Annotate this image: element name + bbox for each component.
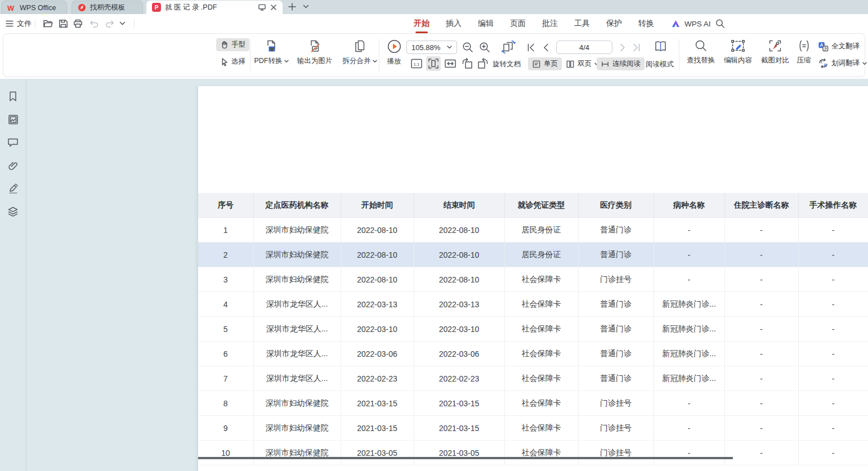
attachment-icon[interactable]: [7, 159, 19, 172]
table-cell: 10: [198, 441, 253, 465]
compress-icon: [797, 39, 811, 53]
table-cell: 深圳市龙华区人...: [253, 366, 341, 391]
ribbon-tab-3[interactable]: 编辑: [478, 19, 494, 29]
undo-history-chevron-icon[interactable]: [119, 21, 126, 26]
table-cell: -: [724, 292, 798, 317]
pdf-convert-button[interactable]: W PDF转换: [252, 39, 291, 66]
ribbon-tab-8[interactable]: 转换: [638, 19, 654, 29]
actual-size-button[interactable]: 1:1: [409, 56, 424, 71]
continuous-read-button[interactable]: 连续阅读: [597, 57, 645, 70]
divider: [679, 39, 679, 71]
read-mode-button[interactable]: [652, 38, 669, 55]
rotate-right-icon: [477, 57, 489, 70]
rotate-doc-label: 旋转文档: [493, 60, 521, 69]
table-cell: -: [798, 317, 868, 342]
rotate-left-button[interactable]: [460, 56, 475, 71]
split-merge-icon: [352, 39, 367, 53]
ribbon-tab-4[interactable]: 页面: [510, 19, 526, 29]
table-cell: 2022-08-10: [341, 267, 414, 292]
table-cell: 深圳市龙华区人...: [253, 292, 341, 317]
fit-width-icon: [444, 58, 457, 69]
screenshot-compare-button[interactable]: 截图对比: [757, 39, 794, 65]
zoom-out-button[interactable]: [460, 40, 475, 55]
table-cell: -: [724, 366, 798, 391]
print-button[interactable]: [73, 19, 83, 28]
select-tool-button[interactable]: 选择: [216, 55, 249, 68]
tab-document[interactable]: P 就 医 记 录 .PDF: [146, 1, 283, 14]
table-cell: 2021-03-05: [341, 441, 414, 465]
table-cell: 2022-08-10: [414, 218, 504, 243]
compress-label: 压缩: [797, 56, 811, 65]
ribbon-tab-2[interactable]: 插入: [446, 19, 462, 29]
table-cell: 3: [198, 267, 253, 292]
tab-wps-office[interactable]: W WPS Office: [1, 1, 67, 14]
save-button[interactable]: [59, 19, 68, 28]
compress-button[interactable]: 压缩: [793, 39, 815, 65]
table-cell: 社会保障卡: [504, 416, 578, 441]
thumbnail-icon[interactable]: [7, 113, 19, 125]
tab-list-chevron-icon[interactable]: [303, 5, 309, 9]
comment-icon[interactable]: [7, 136, 19, 149]
table-cell: 门诊挂号: [578, 391, 654, 416]
layers-icon[interactable]: [7, 205, 19, 218]
table-cell: 2022-02-23: [341, 366, 414, 391]
table-header-cell: 结束时间: [414, 193, 504, 218]
play-button[interactable]: 播放: [381, 39, 407, 66]
table-cell: -: [724, 391, 798, 416]
wps-ai-button[interactable]: WPS AI: [671, 20, 711, 28]
export-image-button[interactable]: 输出为图片: [291, 39, 338, 66]
sidebar: [0, 79, 26, 471]
monitor-icon[interactable]: [258, 3, 266, 11]
fit-page-button[interactable]: [426, 56, 441, 71]
new-tab-button[interactable]: [287, 2, 297, 12]
signature-icon[interactable]: [7, 182, 19, 195]
zoom-level-value: 105.88%: [411, 43, 440, 52]
table-cell: 2022-03-10: [341, 317, 414, 342]
table-cell: -: [724, 441, 798, 465]
wps-ai-logo-icon: [671, 20, 681, 28]
hand-tool-button[interactable]: 手型: [216, 38, 249, 51]
tab-docer[interactable]: 找稻壳模板: [71, 1, 143, 14]
edit-content-button[interactable]: 编辑内容: [719, 39, 757, 65]
table-cell: 6: [198, 342, 253, 366]
first-page-button[interactable]: [525, 41, 537, 53]
split-merge-button[interactable]: 拆分合并: [339, 39, 381, 66]
zoom-level-select[interactable]: 105.88%: [406, 41, 457, 54]
divider: [250, 39, 250, 71]
file-menu-button[interactable]: 文件: [6, 19, 32, 29]
find-replace-button[interactable]: 查找替换: [682, 39, 719, 65]
table-cell: 2022-03-06: [341, 342, 414, 366]
table-row: 6深圳市龙华区人...2022-03-062022-03-06社会保障卡普通门诊…: [198, 342, 868, 366]
full-translate-button[interactable]: A 全文翻译: [814, 39, 863, 53]
table-cell: 社会保障卡: [504, 366, 578, 391]
table-cell: 2022-03-13: [414, 292, 504, 317]
previous-page-button[interactable]: [539, 41, 552, 53]
chevron-down-icon: [447, 46, 452, 49]
replace-pages-button[interactable]: [500, 38, 517, 55]
table-cell: -: [798, 366, 868, 391]
table-cell: 门诊挂号: [578, 267, 654, 292]
close-tab-icon[interactable]: [270, 4, 277, 11]
chevron-down-icon: [862, 62, 867, 65]
table-cell: -: [654, 391, 724, 416]
bookmark-icon[interactable]: [7, 90, 19, 102]
pdf-convert-label: PDF转换: [254, 56, 283, 66]
ribbon-tab-5[interactable]: 批注: [542, 19, 558, 29]
table-cell: 深圳市妇幼保健院: [253, 441, 341, 465]
horizontal-scrollbar-thumb[interactable]: [198, 457, 733, 459]
ribbon-tab-1[interactable]: 开始: [414, 19, 429, 29]
word-translate-button[interactable]: 文A 划词翻译: [814, 56, 868, 70]
one-to-one-icon: 1:1: [410, 58, 423, 69]
single-page-button[interactable]: 单页: [528, 57, 562, 70]
rotate-right-button[interactable]: [476, 56, 490, 71]
ribbon-search-icon[interactable]: [715, 19, 725, 29]
fit-width-button[interactable]: [443, 56, 458, 71]
zoom-in-button[interactable]: [477, 40, 492, 55]
ribbon-tab-7[interactable]: 保护: [606, 19, 622, 29]
open-file-button[interactable]: [43, 19, 53, 28]
double-page-icon: [566, 60, 575, 69]
page-indicator-input[interactable]: 4/4: [556, 41, 612, 54]
ribbon-tab-6[interactable]: 工具: [574, 19, 590, 29]
table-cell: 新冠肺炎门诊...: [654, 342, 724, 366]
divider: [35, 19, 35, 28]
